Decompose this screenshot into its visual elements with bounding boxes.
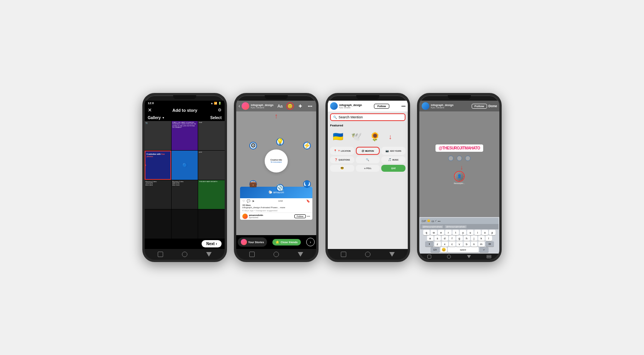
grid-cell-3[interactable]: feed — [198, 121, 225, 150]
close-friends-button[interactable]: ⭐ Close friends — [272, 239, 300, 246]
more-options-icon[interactable]: ••• — [401, 104, 405, 108]
search-sticker-btn[interactable]: 🔍 — [356, 156, 380, 163]
location-sticker-btn[interactable]: 📍 📍 LOCATION — [330, 147, 354, 155]
key-y[interactable]: y — [460, 230, 466, 235]
home-nav-icon[interactable] — [341, 252, 346, 257]
more-tool[interactable]: ••• — [306, 102, 314, 110]
grid-cell-1[interactable]: 📷 — [145, 121, 171, 150]
grid-cell-highlighted[interactable]: 6 websites with free photos ➜ — [145, 151, 171, 180]
forward-button[interactable]: › — [306, 238, 315, 246]
grid-cell-7[interactable]: Recovery Codes1234 56789012 3456 — [145, 180, 171, 209]
home-nav-icon[interactable] — [158, 252, 163, 257]
bookmark-icon[interactable]: 🔖 — [306, 199, 310, 203]
back-nav-icon[interactable] — [274, 252, 279, 257]
share-icon[interactable]: ➤ — [252, 199, 255, 203]
recent-nav-icon[interactable] — [298, 252, 303, 257]
key-m[interactable]: m — [478, 241, 485, 247]
key-h[interactable]: h — [464, 236, 470, 241]
recent-nav[interactable] — [467, 255, 471, 258]
peace-dove-sticker[interactable]: 🕊️ — [349, 129, 364, 144]
key-j[interactable]: j — [471, 236, 477, 241]
key-p[interactable]: p — [489, 230, 496, 235]
text-tool[interactable]: Aa — [276, 102, 284, 110]
more-keyboard-btn[interactable]: ••• — [438, 220, 440, 222]
back-nav[interactable] — [447, 255, 451, 259]
key-a[interactable]: a — [427, 236, 434, 241]
key-l[interactable]: l — [486, 236, 492, 241]
suggestion-2[interactable]: @thesurojitmahato — [445, 225, 466, 228]
key-d[interactable]: d — [442, 236, 448, 241]
grid-cell-2[interactable]: START THE HABIT OF ASKING YOURSELF: DOES… — [172, 121, 198, 150]
done-button[interactable]: Done — [489, 104, 497, 108]
back-icon[interactable]: ‹ — [239, 103, 240, 109]
gif-button[interactable]: GIF — [422, 220, 426, 222]
poll-sticker-btn[interactable]: ≡ POLL — [356, 165, 380, 172]
mention-sticker-btn[interactable]: @ MENTION — [356, 147, 380, 155]
key-c[interactable]: c — [449, 241, 455, 247]
sticker-tool-highlighted[interactable]: 😊 — [286, 102, 294, 110]
home-nav[interactable] — [427, 255, 431, 259]
emoji-button[interactable]: 😊 — [427, 219, 430, 222]
mention-tag[interactable]: @THESUROJITMAHATO — [435, 144, 483, 152]
grid-cell-8[interactable]: Recovery Codes6028 97136012 9113 — [172, 180, 198, 209]
key-k[interactable]: k — [478, 236, 485, 241]
format-btn[interactable]: ✓ — [435, 219, 437, 222]
home-nav-icon[interactable] — [249, 252, 255, 257]
emoji-key[interactable]: 😊 — [440, 247, 447, 252]
grid-cell-11[interactable] — [172, 209, 198, 239]
like-icon[interactable]: ♡ — [242, 199, 245, 203]
close-icon[interactable]: ✕ — [148, 107, 152, 113]
suggestion-1[interactable]: @thesurojitmahato — [422, 225, 443, 228]
back-nav-icon[interactable] — [365, 252, 370, 257]
space-key[interactable]: space — [448, 247, 479, 252]
key-t[interactable]: t — [452, 230, 459, 235]
key-g[interactable]: g — [456, 236, 463, 241]
backspace-key[interactable]: ⌫ — [486, 241, 494, 247]
key-b[interactable]: b — [464, 241, 470, 247]
return-key[interactable]: ↵ — [479, 247, 489, 252]
grid-cell-9[interactable]: THICKER HAIR GROWTH — [198, 180, 225, 209]
back-nav-icon[interactable] — [182, 252, 187, 257]
gallery-label[interactable]: Gallery ▼ — [148, 116, 165, 120]
numbers-key[interactable]: 123 — [430, 247, 440, 252]
follow-button[interactable]: Follow — [472, 104, 487, 109]
grid-cell-12[interactable] — [198, 209, 225, 239]
key-r[interactable]: r — [445, 230, 452, 235]
layout-tool[interactable]: ✚ — [296, 102, 304, 110]
key-s[interactable]: s — [434, 236, 441, 241]
sticker-keyboard-btn[interactable]: 🗂 — [431, 220, 434, 222]
questions-sticker-btn[interactable]: ❓ QUESTIONS — [330, 156, 354, 163]
key-x[interactable]: x — [442, 241, 448, 247]
key-v[interactable]: v — [456, 241, 463, 247]
grid-cell-6[interactable]: post — [198, 151, 225, 180]
comment-icon[interactable]: 💬 — [247, 199, 250, 203]
key-n[interactable]: n — [471, 241, 477, 247]
key-z[interactable]: z — [434, 241, 441, 247]
music-sticker-btn[interactable]: 🎵 MUSIC — [381, 156, 405, 163]
key-u[interactable]: u — [467, 230, 474, 235]
settings-icon[interactable]: ⚙ — [218, 108, 222, 113]
search-mention-bar[interactable]: 🔍 Search Mention — [330, 113, 405, 121]
recent-nav-icon[interactable] — [389, 252, 395, 257]
add-yours-sticker-btn[interactable]: 📷 ADD YOURS — [381, 147, 405, 155]
grid-cell-10[interactable] — [145, 209, 171, 239]
key-o[interactable]: o — [482, 230, 488, 235]
select-button[interactable]: Select — [210, 116, 222, 120]
ukraine-flag-sticker[interactable]: 🇺🇦 — [330, 129, 345, 144]
key-w[interactable]: w — [430, 230, 437, 235]
emoji-sticker-btn[interactable]: 😎 — [330, 165, 354, 172]
grid-cell-5[interactable]: 🔵 — [172, 151, 198, 180]
more-icon[interactable]: ••• — [307, 214, 310, 218]
recent-nav-icon[interactable] — [206, 252, 212, 257]
key-e[interactable]: e — [438, 230, 444, 235]
keyboard-nav[interactable] — [487, 255, 491, 258]
quiz-sticker-btn[interactable]: QUIZ — [381, 165, 405, 172]
sunflower-sticker[interactable]: 🌻 — [367, 129, 382, 144]
your-stories-button[interactable]: Your Stories — [238, 237, 267, 247]
key-q[interactable]: q — [423, 230, 430, 235]
follow-button[interactable]: Follow — [294, 214, 305, 218]
follow-button[interactable]: Follow — [374, 104, 389, 109]
shift-key[interactable]: ⬆ — [425, 241, 434, 247]
key-f[interactable]: f — [449, 236, 455, 241]
key-i[interactable]: i — [474, 230, 481, 235]
